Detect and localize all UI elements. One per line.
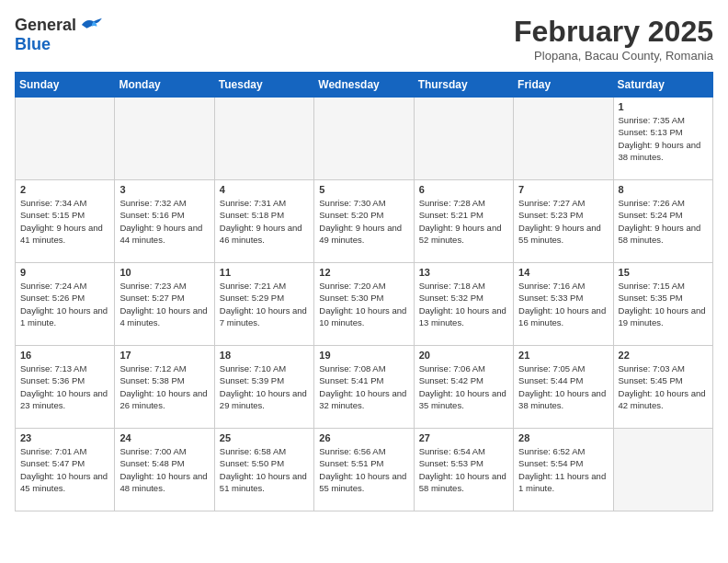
day-number: 5 bbox=[319, 184, 408, 195]
calendar-cell bbox=[414, 98, 513, 180]
calendar-cell: 27Sunrise: 6:54 AM Sunset: 5:53 PM Dayli… bbox=[414, 429, 513, 511]
month-title: February 2025 bbox=[514, 15, 713, 49]
calendar-cell: 21Sunrise: 7:05 AM Sunset: 5:44 PM Dayli… bbox=[514, 346, 613, 429]
calendar-header-friday: Friday bbox=[514, 73, 613, 98]
calendar-week-row-5: 23Sunrise: 7:01 AM Sunset: 5:47 PM Dayli… bbox=[16, 429, 713, 511]
calendar-cell: 13Sunrise: 7:18 AM Sunset: 5:32 PM Dayli… bbox=[414, 263, 513, 346]
day-number: 7 bbox=[518, 184, 608, 195]
day-info: Sunrise: 7:05 AM Sunset: 5:44 PM Dayligh… bbox=[518, 362, 608, 411]
calendar-header-monday: Monday bbox=[115, 73, 214, 98]
calendar-header-saturday: Saturday bbox=[613, 73, 712, 98]
day-number: 1 bbox=[619, 101, 708, 112]
day-info: Sunrise: 7:24 AM Sunset: 5:26 PM Dayligh… bbox=[20, 280, 109, 328]
day-info: Sunrise: 6:56 AM Sunset: 5:51 PM Dayligh… bbox=[319, 445, 408, 494]
day-number: 11 bbox=[220, 267, 309, 278]
day-number: 2 bbox=[20, 184, 109, 195]
day-info: Sunrise: 7:23 AM Sunset: 5:27 PM Dayligh… bbox=[119, 280, 209, 328]
day-info: Sunrise: 6:58 AM Sunset: 5:50 PM Dayligh… bbox=[220, 445, 309, 494]
day-info: Sunrise: 7:35 AM Sunset: 5:13 PM Dayligh… bbox=[619, 114, 708, 163]
calendar-cell: 6Sunrise: 7:28 AM Sunset: 5:21 PM Daylig… bbox=[414, 180, 513, 263]
calendar-cell: 22Sunrise: 7:03 AM Sunset: 5:45 PM Dayli… bbox=[613, 346, 712, 429]
day-number: 16 bbox=[20, 350, 109, 361]
day-number: 21 bbox=[518, 350, 608, 361]
calendar-cell: 4Sunrise: 7:31 AM Sunset: 5:18 PM Daylig… bbox=[214, 180, 313, 263]
day-info: Sunrise: 7:00 AM Sunset: 5:48 PM Dayligh… bbox=[119, 445, 209, 494]
day-info: Sunrise: 7:16 AM Sunset: 5:33 PM Dayligh… bbox=[518, 280, 608, 328]
day-number: 4 bbox=[220, 184, 309, 195]
calendar-header-row: SundayMondayTuesdayWednesdayThursdayFrid… bbox=[16, 73, 713, 98]
day-info: Sunrise: 6:52 AM Sunset: 5:54 PM Dayligh… bbox=[518, 445, 608, 494]
calendar-cell: 18Sunrise: 7:10 AM Sunset: 5:39 PM Dayli… bbox=[214, 346, 313, 429]
calendar-header-thursday: Thursday bbox=[414, 73, 513, 98]
calendar-cell: 26Sunrise: 6:56 AM Sunset: 5:51 PM Dayli… bbox=[314, 429, 414, 511]
calendar-cell: 15Sunrise: 7:15 AM Sunset: 5:35 PM Dayli… bbox=[613, 263, 712, 346]
day-info: Sunrise: 7:32 AM Sunset: 5:16 PM Dayligh… bbox=[119, 197, 209, 246]
day-info: Sunrise: 7:18 AM Sunset: 5:32 PM Dayligh… bbox=[419, 280, 508, 328]
logo-blue: Blue bbox=[15, 35, 104, 54]
day-number: 13 bbox=[419, 267, 508, 278]
day-number: 25 bbox=[220, 432, 309, 443]
calendar-cell: 20Sunrise: 7:06 AM Sunset: 5:42 PM Dayli… bbox=[414, 346, 513, 429]
day-number: 28 bbox=[518, 432, 608, 443]
subtitle: Plopana, Bacau County, Romania bbox=[514, 49, 713, 63]
calendar-cell: 19Sunrise: 7:08 AM Sunset: 5:41 PM Dayli… bbox=[314, 346, 414, 429]
calendar-header-sunday: Sunday bbox=[16, 73, 115, 98]
calendar-cell bbox=[314, 98, 414, 180]
page-header: General Blue February 2025 Plopana, Baca… bbox=[15, 15, 713, 63]
day-number: 14 bbox=[518, 267, 608, 278]
calendar-cell: 28Sunrise: 6:52 AM Sunset: 5:54 PM Dayli… bbox=[514, 429, 613, 511]
calendar-week-row-4: 16Sunrise: 7:13 AM Sunset: 5:36 PM Dayli… bbox=[16, 346, 713, 429]
logo-general: General bbox=[15, 16, 76, 35]
day-number: 17 bbox=[119, 350, 209, 361]
calendar-table: SundayMondayTuesdayWednesdayThursdayFrid… bbox=[15, 72, 713, 511]
day-info: Sunrise: 7:31 AM Sunset: 5:18 PM Dayligh… bbox=[220, 197, 309, 246]
calendar-header-tuesday: Tuesday bbox=[214, 73, 313, 98]
day-info: Sunrise: 7:10 AM Sunset: 5:39 PM Dayligh… bbox=[220, 362, 309, 411]
calendar-cell: 5Sunrise: 7:30 AM Sunset: 5:20 PM Daylig… bbox=[314, 180, 414, 263]
day-info: Sunrise: 7:30 AM Sunset: 5:20 PM Dayligh… bbox=[319, 197, 408, 246]
calendar-cell: 23Sunrise: 7:01 AM Sunset: 5:47 PM Dayli… bbox=[16, 429, 115, 511]
day-info: Sunrise: 7:06 AM Sunset: 5:42 PM Dayligh… bbox=[419, 362, 508, 411]
day-info: Sunrise: 7:21 AM Sunset: 5:29 PM Dayligh… bbox=[220, 280, 309, 328]
calendar-cell: 7Sunrise: 7:27 AM Sunset: 5:23 PM Daylig… bbox=[514, 180, 613, 263]
calendar-cell: 9Sunrise: 7:24 AM Sunset: 5:26 PM Daylig… bbox=[16, 263, 115, 346]
calendar-week-row-3: 9Sunrise: 7:24 AM Sunset: 5:26 PM Daylig… bbox=[16, 263, 713, 346]
calendar-cell: 24Sunrise: 7:00 AM Sunset: 5:48 PM Dayli… bbox=[115, 429, 214, 511]
day-number: 12 bbox=[319, 267, 408, 278]
calendar-cell: 1Sunrise: 7:35 AM Sunset: 5:13 PM Daylig… bbox=[613, 98, 712, 180]
calendar-cell: 3Sunrise: 7:32 AM Sunset: 5:16 PM Daylig… bbox=[115, 180, 214, 263]
calendar-cell: 12Sunrise: 7:20 AM Sunset: 5:30 PM Dayli… bbox=[314, 263, 414, 346]
day-info: Sunrise: 7:08 AM Sunset: 5:41 PM Dayligh… bbox=[319, 362, 408, 411]
day-number: 23 bbox=[20, 432, 109, 443]
day-number: 19 bbox=[319, 350, 408, 361]
calendar-cell: 25Sunrise: 6:58 AM Sunset: 5:50 PM Dayli… bbox=[214, 429, 313, 511]
calendar-cell: 8Sunrise: 7:26 AM Sunset: 5:24 PM Daylig… bbox=[613, 180, 712, 263]
day-info: Sunrise: 7:34 AM Sunset: 5:15 PM Dayligh… bbox=[20, 197, 109, 246]
calendar-cell: 2Sunrise: 7:34 AM Sunset: 5:15 PM Daylig… bbox=[16, 180, 115, 263]
calendar-week-row-2: 2Sunrise: 7:34 AM Sunset: 5:15 PM Daylig… bbox=[16, 180, 713, 263]
day-info: Sunrise: 7:28 AM Sunset: 5:21 PM Dayligh… bbox=[419, 197, 508, 246]
day-info: Sunrise: 7:03 AM Sunset: 5:45 PM Dayligh… bbox=[619, 362, 708, 411]
calendar-header-wednesday: Wednesday bbox=[314, 73, 414, 98]
day-info: Sunrise: 7:01 AM Sunset: 5:47 PM Dayligh… bbox=[20, 445, 109, 494]
calendar-cell: 16Sunrise: 7:13 AM Sunset: 5:36 PM Dayli… bbox=[16, 346, 115, 429]
calendar-cell: 11Sunrise: 7:21 AM Sunset: 5:29 PM Dayli… bbox=[214, 263, 313, 346]
day-info: Sunrise: 6:54 AM Sunset: 5:53 PM Dayligh… bbox=[419, 445, 508, 494]
day-number: 6 bbox=[419, 184, 508, 195]
day-number: 20 bbox=[419, 350, 508, 361]
day-number: 10 bbox=[119, 267, 209, 278]
day-number: 26 bbox=[319, 432, 408, 443]
day-number: 22 bbox=[619, 350, 708, 361]
day-number: 15 bbox=[619, 267, 708, 278]
calendar-cell bbox=[514, 98, 613, 180]
day-number: 24 bbox=[119, 432, 209, 443]
day-info: Sunrise: 7:12 AM Sunset: 5:38 PM Dayligh… bbox=[119, 362, 209, 411]
calendar-cell: 17Sunrise: 7:12 AM Sunset: 5:38 PM Dayli… bbox=[115, 346, 214, 429]
day-number: 27 bbox=[419, 432, 508, 443]
day-number: 8 bbox=[619, 184, 708, 195]
calendar-cell bbox=[613, 429, 712, 511]
logo-bird-icon bbox=[78, 15, 104, 35]
day-info: Sunrise: 7:15 AM Sunset: 5:35 PM Dayligh… bbox=[619, 280, 708, 328]
calendar-cell bbox=[214, 98, 313, 180]
day-number: 3 bbox=[119, 184, 209, 195]
